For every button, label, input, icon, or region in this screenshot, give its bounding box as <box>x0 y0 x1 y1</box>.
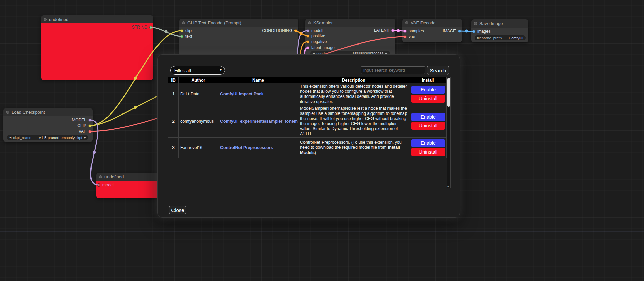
node-header[interactable]: Save Image <box>471 19 528 28</box>
node-collapse-dot-icon[interactable] <box>474 22 477 25</box>
enable-button[interactable]: Enable <box>411 113 445 121</box>
port-dot[interactable] <box>403 35 407 38</box>
uninstall-button[interactable]: Uninstall <box>411 148 445 156</box>
output-port-vae[interactable]: VAE <box>79 129 92 134</box>
node-clip-text-encode[interactable]: CLIP Text Encode (Prompt) clip text COND… <box>179 19 298 59</box>
filename-prefix-widget[interactable]: filename_prefix ComfyUI <box>475 35 526 40</box>
close-button[interactable]: Close <box>169 206 186 214</box>
cell-name: ComfyUI_experiments/sampler_tonemap <box>218 105 298 138</box>
node-header[interactable]: VAE Decode <box>402 19 462 27</box>
port-dot[interactable] <box>88 119 92 122</box>
search-button[interactable]: Search <box>427 66 449 75</box>
input-port-vae[interactable]: vae <box>403 34 415 39</box>
input-port-model[interactable]: model <box>306 28 323 33</box>
column-header-author: Author <box>179 77 218 83</box>
enable-button[interactable]: Enable <box>411 139 445 147</box>
filter-dropdown[interactable]: Filter: all <box>170 66 225 75</box>
widget-label: ckpt_name <box>13 136 31 140</box>
port-dot[interactable] <box>306 46 309 49</box>
node-title: VAE Decode <box>411 20 435 25</box>
port-dot[interactable] <box>88 124 92 127</box>
port-label: VAE <box>79 129 86 134</box>
node-header[interactable]: Load Checkpoint <box>3 108 93 116</box>
output-port-model[interactable]: MODEL <box>72 118 92 122</box>
link-midpoint-dot <box>165 30 168 33</box>
input-port-images[interactable]: images <box>472 29 491 34</box>
port-dot[interactable] <box>149 26 152 29</box>
node-header[interactable]: undefined <box>41 15 153 23</box>
cell-install: Enable Uninstall <box>409 138 447 158</box>
node-save-image[interactable]: Save Image images filename_prefix ComfyU… <box>471 19 528 42</box>
port-dot[interactable] <box>97 183 100 187</box>
port-dot[interactable] <box>403 30 407 33</box>
input-port-model[interactable]: model <box>97 182 114 187</box>
input-port-samples[interactable]: samples <box>403 29 424 33</box>
node-header[interactable]: CLIP Text Encode (Prompt) <box>179 19 298 27</box>
extension-link[interactable]: ComfyUI_experiments/sampler_tonemap <box>220 119 298 124</box>
port-label: text <box>185 34 192 39</box>
output-port-string[interactable]: STRING <box>132 25 152 30</box>
node-header[interactable]: KSampler <box>305 19 395 27</box>
link-midpoint-dot <box>465 30 468 33</box>
node-collapse-dot-icon[interactable] <box>182 21 185 24</box>
output-port-image[interactable]: IMAGE <box>443 29 461 33</box>
port-label: model <box>311 28 323 33</box>
output-port-clip[interactable]: CLIP <box>77 123 92 128</box>
port-dot[interactable] <box>294 29 297 32</box>
table-row: 3 Fannovel16 ControlNet Preprocessors Co… <box>168 138 447 158</box>
port-dot[interactable] <box>88 130 92 133</box>
comfyui-canvas[interactable]: undefined STRING CLIP Text Encode (Promp… <box>0 0 644 281</box>
input-port-positive[interactable]: positive <box>306 34 325 38</box>
node-title: Save Image <box>479 21 503 26</box>
scroll-down-icon[interactable]: ▾ <box>447 185 449 188</box>
port-label: samples <box>409 29 424 33</box>
cell-name: ControlNet Preprocessors <box>218 138 298 158</box>
enable-button[interactable]: Enable <box>411 86 445 94</box>
input-port-clip[interactable]: clip <box>180 28 192 33</box>
port-dot[interactable] <box>306 35 309 38</box>
increment-arrow-icon[interactable]: ▶ <box>84 136 86 139</box>
node-title: undefined <box>104 174 124 179</box>
widget-value: ComfyUI <box>509 36 523 40</box>
port-dot[interactable] <box>458 30 461 33</box>
uninstall-button[interactable]: Uninstall <box>411 95 445 103</box>
node-collapse-dot-icon[interactable] <box>405 21 408 24</box>
input-port-negative[interactable]: negative <box>306 39 327 44</box>
ckpt-name-widget[interactable]: ◀ ckpt_name v1-5-pruned-emaonly.ckpt ▶ <box>7 135 88 140</box>
scrollbar-thumb[interactable] <box>447 78 450 107</box>
link-midpoint-dot <box>93 151 96 154</box>
port-dot[interactable] <box>180 29 183 32</box>
node-undefined-top[interactable]: undefined STRING <box>41 15 153 80</box>
port-dot[interactable] <box>306 29 309 32</box>
node-load-checkpoint[interactable]: Load Checkpoint MODEL CLIP VAE ◀ ckpt_na… <box>3 108 93 142</box>
widget-label: filename_prefix <box>477 36 502 40</box>
node-collapse-dot-icon[interactable] <box>99 175 102 178</box>
port-dot[interactable] <box>180 35 183 38</box>
link-midpoint-dot <box>397 29 400 32</box>
node-ksampler[interactable]: KSampler model positive negative latent_… <box>305 19 395 59</box>
port-dot[interactable] <box>306 40 309 43</box>
port-label: STRING <box>132 25 147 30</box>
input-port-text[interactable]: text <box>180 34 192 39</box>
port-dot[interactable] <box>472 30 475 33</box>
uninstall-button[interactable]: Uninstall <box>411 122 445 130</box>
extension-link[interactable]: ComfyUI Impact Pack <box>220 92 264 96</box>
node-collapse-dot-icon[interactable] <box>6 111 9 114</box>
output-port-latent[interactable]: LATENT <box>374 28 394 33</box>
node-title: CLIP Text Encode (Prompt) <box>187 20 241 25</box>
output-port-conditioning[interactable]: CONDITIONING <box>262 28 297 33</box>
search-input[interactable] <box>361 66 425 74</box>
canvas-axis-line-horizontal <box>0 231 644 232</box>
node-collapse-dot-icon[interactable] <box>308 21 311 24</box>
cell-id: 3 <box>168 138 179 158</box>
scrollbar[interactable]: ▾ <box>447 77 451 188</box>
node-vae-decode[interactable]: VAE Decode samples vae IMAGE <box>402 19 462 42</box>
port-dot[interactable] <box>391 29 394 32</box>
cell-id: 2 <box>168 105 179 138</box>
node-title: undefined <box>49 17 68 22</box>
extension-link[interactable]: ControlNet Preprocessors <box>220 145 273 150</box>
cell-description: This extension offers various detector n… <box>298 83 409 105</box>
node-collapse-dot-icon[interactable] <box>44 18 47 21</box>
decrement-arrow-icon[interactable]: ◀ <box>9 136 11 139</box>
input-port-latent-image[interactable]: latent_image <box>306 45 335 50</box>
